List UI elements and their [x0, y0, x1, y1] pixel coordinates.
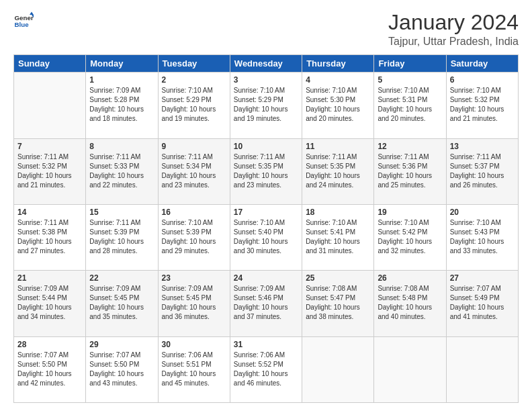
day-number: 10 — [234, 142, 298, 151]
calendar-day-cell — [302, 336, 374, 402]
calendar-day-cell: 11Sunrise: 7:11 AMSunset: 5:35 PMDayligh… — [302, 138, 374, 204]
calendar-day-cell: 14Sunrise: 7:11 AMSunset: 5:38 PMDayligh… — [14, 204, 86, 270]
day-number: 14 — [17, 208, 82, 217]
calendar-day-cell: 31Sunrise: 7:06 AMSunset: 5:52 PMDayligh… — [230, 336, 302, 402]
svg-text:Blue: Blue — [15, 21, 30, 28]
day-info: Sunrise: 7:09 AMSunset: 5:28 PMDaylight:… — [89, 86, 154, 124]
calendar-day-cell: 27Sunrise: 7:07 AMSunset: 5:49 PMDayligh… — [446, 271, 518, 336]
calendar-day-cell: 30Sunrise: 7:06 AMSunset: 5:51 PMDayligh… — [158, 336, 230, 402]
page: General Blue January 2024 Tajpur, Uttar … — [0, 0, 532, 411]
calendar-day-cell — [446, 336, 518, 402]
calendar-day-cell: 19Sunrise: 7:10 AMSunset: 5:42 PMDayligh… — [374, 204, 446, 270]
day-number: 15 — [89, 208, 154, 217]
day-number: 2 — [162, 75, 226, 85]
calendar-day-cell: 25Sunrise: 7:08 AMSunset: 5:47 PMDayligh… — [302, 271, 374, 336]
day-number: 9 — [162, 142, 226, 151]
day-info: Sunrise: 7:10 AMSunset: 5:42 PMDaylight:… — [378, 218, 442, 256]
day-info: Sunrise: 7:11 AMSunset: 5:36 PMDaylight:… — [378, 152, 442, 190]
day-info: Sunrise: 7:09 AMSunset: 5:45 PMDaylight:… — [89, 284, 154, 322]
day-number: 4 — [306, 75, 370, 85]
day-number: 17 — [234, 208, 298, 217]
day-info: Sunrise: 7:11 AMSunset: 5:32 PMDaylight:… — [17, 152, 82, 190]
calendar-day-cell: 7Sunrise: 7:11 AMSunset: 5:32 PMDaylight… — [14, 138, 86, 204]
day-info: Sunrise: 7:10 AMSunset: 5:32 PMDaylight:… — [450, 86, 515, 124]
day-number: 3 — [234, 75, 298, 85]
day-info: Sunrise: 7:06 AMSunset: 5:52 PMDaylight:… — [234, 351, 298, 388]
day-number: 12 — [378, 142, 442, 151]
day-info: Sunrise: 7:10 AMSunset: 5:40 PMDaylight:… — [234, 218, 298, 256]
day-info: Sunrise: 7:10 AMSunset: 5:41 PMDaylight:… — [306, 218, 370, 256]
calendar-day-header: Saturday — [446, 55, 518, 73]
svg-marker-2 — [30, 12, 34, 15]
day-info: Sunrise: 7:11 AMSunset: 5:37 PMDaylight:… — [450, 152, 515, 190]
day-number: 19 — [378, 208, 442, 217]
calendar-day-cell: 12Sunrise: 7:11 AMSunset: 5:36 PMDayligh… — [374, 138, 446, 204]
calendar-day-header: Monday — [86, 55, 158, 73]
calendar-day-cell: 4Sunrise: 7:10 AMSunset: 5:30 PMDaylight… — [302, 73, 374, 138]
day-info: Sunrise: 7:11 AMSunset: 5:34 PMDaylight:… — [162, 152, 226, 190]
day-number: 1 — [89, 75, 154, 85]
calendar-day-cell: 29Sunrise: 7:07 AMSunset: 5:50 PMDayligh… — [86, 336, 158, 402]
calendar-day-cell: 26Sunrise: 7:08 AMSunset: 5:48 PMDayligh… — [374, 271, 446, 336]
day-number: 20 — [450, 208, 515, 217]
day-number: 13 — [450, 142, 515, 151]
calendar-week-row: 21Sunrise: 7:09 AMSunset: 5:44 PMDayligh… — [14, 271, 519, 336]
calendar-day-cell: 23Sunrise: 7:09 AMSunset: 5:45 PMDayligh… — [158, 271, 230, 336]
day-info: Sunrise: 7:08 AMSunset: 5:48 PMDaylight:… — [378, 284, 442, 322]
logo: General Blue — [13, 11, 34, 31]
main-title: January 2024 — [388, 11, 519, 34]
day-info: Sunrise: 7:11 AMSunset: 5:35 PMDaylight:… — [234, 152, 298, 190]
day-info: Sunrise: 7:11 AMSunset: 5:33 PMDaylight:… — [89, 152, 154, 190]
day-number: 11 — [306, 142, 370, 151]
calendar-day-cell: 22Sunrise: 7:09 AMSunset: 5:45 PMDayligh… — [86, 271, 158, 336]
header: General Blue January 2024 Tajpur, Uttar … — [13, 11, 519, 48]
calendar-day-header: Tuesday — [158, 55, 230, 73]
day-number: 5 — [378, 75, 442, 85]
calendar-day-cell: 5Sunrise: 7:10 AMSunset: 5:31 PMDaylight… — [374, 73, 446, 138]
calendar-day-header: Thursday — [302, 55, 374, 73]
day-number: 28 — [17, 340, 82, 349]
day-info: Sunrise: 7:11 AMSunset: 5:39 PMDaylight:… — [89, 218, 154, 256]
svg-text:General: General — [15, 14, 34, 21]
day-number: 6 — [450, 75, 515, 85]
day-info: Sunrise: 7:10 AMSunset: 5:29 PMDaylight:… — [162, 86, 226, 124]
subtitle: Tajpur, Uttar Pradesh, India — [388, 36, 519, 48]
calendar-day-header: Wednesday — [230, 55, 302, 73]
day-info: Sunrise: 7:07 AMSunset: 5:49 PMDaylight:… — [450, 284, 515, 322]
calendar-week-row: 1Sunrise: 7:09 AMSunset: 5:28 PMDaylight… — [14, 73, 519, 138]
day-number: 23 — [162, 273, 226, 283]
calendar-week-row: 14Sunrise: 7:11 AMSunset: 5:38 PMDayligh… — [14, 204, 519, 270]
day-info: Sunrise: 7:10 AMSunset: 5:29 PMDaylight:… — [234, 86, 298, 124]
day-info: Sunrise: 7:09 AMSunset: 5:46 PMDaylight:… — [234, 284, 298, 322]
day-number: 24 — [234, 273, 298, 283]
calendar-header-row: SundayMondayTuesdayWednesdayThursdayFrid… — [14, 55, 519, 73]
day-info: Sunrise: 7:11 AMSunset: 5:35 PMDaylight:… — [306, 152, 370, 190]
day-number: 27 — [450, 273, 515, 283]
day-info: Sunrise: 7:08 AMSunset: 5:47 PMDaylight:… — [306, 284, 370, 322]
calendar-day-cell: 3Sunrise: 7:10 AMSunset: 5:29 PMDaylight… — [230, 73, 302, 138]
day-info: Sunrise: 7:07 AMSunset: 5:50 PMDaylight:… — [17, 351, 82, 388]
calendar-day-cell: 24Sunrise: 7:09 AMSunset: 5:46 PMDayligh… — [230, 271, 302, 336]
calendar-day-cell — [14, 73, 86, 138]
calendar-day-cell: 1Sunrise: 7:09 AMSunset: 5:28 PMDaylight… — [86, 73, 158, 138]
day-info: Sunrise: 7:10 AMSunset: 5:30 PMDaylight:… — [306, 86, 370, 124]
day-number: 16 — [162, 208, 226, 217]
day-number: 7 — [17, 142, 82, 151]
calendar-body: 1Sunrise: 7:09 AMSunset: 5:28 PMDaylight… — [14, 73, 519, 403]
calendar-day-cell — [374, 336, 446, 402]
day-number: 22 — [89, 273, 154, 283]
calendar-week-row: 28Sunrise: 7:07 AMSunset: 5:50 PMDayligh… — [14, 336, 519, 402]
calendar-day-cell: 8Sunrise: 7:11 AMSunset: 5:33 PMDaylight… — [86, 138, 158, 204]
calendar-day-cell: 9Sunrise: 7:11 AMSunset: 5:34 PMDaylight… — [158, 138, 230, 204]
calendar-day-cell: 2Sunrise: 7:10 AMSunset: 5:29 PMDaylight… — [158, 73, 230, 138]
calendar-day-cell: 18Sunrise: 7:10 AMSunset: 5:41 PMDayligh… — [302, 204, 374, 270]
day-number: 30 — [162, 340, 226, 349]
day-number: 8 — [89, 142, 154, 151]
calendar-day-cell: 16Sunrise: 7:10 AMSunset: 5:39 PMDayligh… — [158, 204, 230, 270]
day-info: Sunrise: 7:09 AMSunset: 5:45 PMDaylight:… — [162, 284, 226, 322]
day-number: 29 — [89, 340, 154, 349]
calendar-table: SundayMondayTuesdayWednesdayThursdayFrid… — [13, 54, 519, 403]
day-info: Sunrise: 7:10 AMSunset: 5:31 PMDaylight:… — [378, 86, 442, 124]
calendar-day-cell: 20Sunrise: 7:10 AMSunset: 5:43 PMDayligh… — [446, 204, 518, 270]
day-info: Sunrise: 7:09 AMSunset: 5:44 PMDaylight:… — [17, 284, 82, 322]
